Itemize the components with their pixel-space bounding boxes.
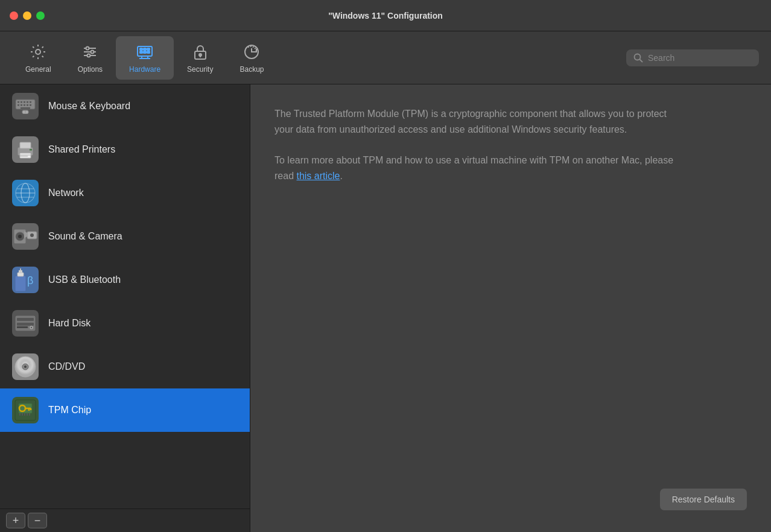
tab-security[interactable]: Security [174, 36, 226, 80]
svg-rect-11 [140, 51, 142, 53]
sidebar-item-shared-printers[interactable]: Shared Printers [0, 128, 250, 171]
main-area: Mouse & Keyboard Shared Printers [0, 84, 771, 532]
title-bar: "Windows 11" Configuration [0, 0, 771, 31]
svg-rect-12 [144, 51, 146, 53]
tab-backup[interactable]: Backup [226, 36, 277, 80]
svg-rect-38 [20, 142, 31, 148]
tab-general-label: General [25, 65, 51, 74]
svg-rect-33 [30, 104, 31, 106]
svg-rect-57 [19, 270, 22, 273]
tab-options[interactable]: Options [65, 36, 116, 80]
svg-rect-26 [24, 101, 25, 103]
sliders-icon [80, 42, 100, 62]
search-bar[interactable] [626, 49, 759, 66]
svg-rect-61 [17, 318, 34, 321]
svg-rect-30 [21, 104, 22, 106]
sidebar-item-network[interactable]: Network [0, 171, 250, 215]
window-title: "Windows 11" Configuration [328, 11, 443, 21]
svg-rect-25 [21, 101, 22, 103]
sidebar-item-mouse-keyboard[interactable]: Mouse & Keyboard [0, 84, 250, 128]
svg-point-54 [30, 233, 34, 237]
svg-line-22 [640, 59, 643, 62]
sidebar-item-shared-printers-label: Shared Printers [48, 144, 115, 155]
svg-rect-34 [21, 107, 30, 109]
svg-point-64 [31, 327, 32, 328]
svg-rect-40 [30, 149, 32, 151]
search-icon [633, 53, 643, 63]
tab-hardware-label: Hardware [129, 65, 160, 74]
svg-text:β: β [27, 274, 33, 287]
usb-icon: β [12, 267, 39, 293]
sidebar-item-usb-bluetooth-label: USB & Bluetooth [48, 274, 121, 285]
svg-point-6 [87, 54, 90, 57]
sidebar-item-network-label: Network [48, 188, 84, 198]
svg-point-18 [199, 54, 201, 56]
content-paragraph-2-after: . [340, 171, 343, 181]
tab-general[interactable]: General [12, 36, 65, 80]
tab-backup-label: Backup [240, 65, 264, 74]
sidebar-item-tpm-chip[interactable]: TPM Chip [0, 388, 250, 432]
svg-point-4 [86, 46, 89, 49]
content-text: The Trusted Platform Module (TPM) is a c… [274, 106, 685, 199]
svg-rect-65 [17, 326, 28, 328]
svg-marker-53 [24, 231, 27, 238]
sidebar-item-mouse-keyboard-label: Mouse & Keyboard [48, 101, 130, 112]
tab-hardware[interactable]: Hardware [116, 36, 174, 80]
backup-icon [242, 42, 261, 62]
svg-rect-39 [20, 153, 31, 158]
maximize-button[interactable] [36, 11, 45, 20]
restore-defaults-button[interactable]: Restore Defaults [660, 489, 747, 510]
gear-icon [28, 42, 48, 62]
hardware-icon [135, 42, 154, 62]
toolbar: General Options [0, 31, 771, 84]
svg-rect-10 [147, 48, 150, 50]
harddisk-icon [12, 310, 39, 337]
sidebar-item-hard-disk[interactable]: Hard Disk [0, 302, 250, 345]
tpm-icon [12, 397, 39, 423]
remove-item-button[interactable]: − [28, 513, 47, 528]
printer-icon [12, 136, 39, 163]
svg-rect-24 [17, 101, 19, 103]
tab-options-label: Options [78, 65, 103, 74]
svg-rect-32 [27, 104, 28, 106]
lock-icon [191, 42, 210, 62]
svg-rect-55 [15, 276, 26, 291]
sound-icon [12, 223, 39, 250]
sidebar-item-cd-dvd[interactable]: CD/DVD [0, 345, 250, 388]
cd-icon [12, 353, 39, 380]
svg-point-5 [91, 50, 94, 53]
sidebar-footer: + − [0, 508, 250, 532]
svg-point-68 [24, 366, 27, 368]
svg-rect-27 [27, 101, 28, 103]
svg-rect-31 [24, 104, 25, 106]
tab-security-label: Security [187, 65, 213, 74]
keyboard-icon [12, 93, 39, 119]
svg-rect-8 [140, 48, 142, 50]
sidebar-item-usb-bluetooth[interactable]: β USB & Bluetooth [0, 258, 250, 302]
svg-point-21 [635, 54, 641, 60]
sidebar-item-sound-camera-label: Sound & Camera [48, 231, 122, 242]
svg-point-51 [18, 235, 22, 238]
content-paragraph-1: The Trusted Platform Module (TPM) is a c… [274, 106, 685, 138]
svg-rect-13 [147, 51, 150, 53]
content-panel: The Trusted Platform Module (TPM) is a c… [250, 84, 771, 532]
add-item-button[interactable]: + [6, 513, 25, 528]
sidebar-item-hard-disk-label: Hard Disk [48, 318, 90, 329]
content-paragraph-2: To learn more about TPM and how to use a… [274, 153, 685, 185]
svg-rect-28 [30, 101, 31, 103]
svg-rect-62 [17, 323, 34, 326]
close-button[interactable] [10, 11, 18, 20]
search-input[interactable] [648, 53, 752, 63]
sidebar-item-cd-dvd-label: CD/DVD [48, 361, 85, 372]
network-icon [12, 180, 39, 206]
sidebar: Mouse & Keyboard Shared Printers [0, 84, 250, 532]
svg-rect-29 [17, 104, 19, 106]
minimize-button[interactable] [23, 11, 31, 20]
svg-rect-9 [144, 48, 146, 50]
this-article-link[interactable]: this article [296, 171, 340, 181]
traffic-lights [10, 11, 45, 20]
sidebar-item-sound-camera[interactable]: Sound & Camera [0, 215, 250, 258]
svg-point-0 [36, 49, 40, 54]
sidebar-item-tpm-chip-label: TPM Chip [48, 405, 91, 416]
